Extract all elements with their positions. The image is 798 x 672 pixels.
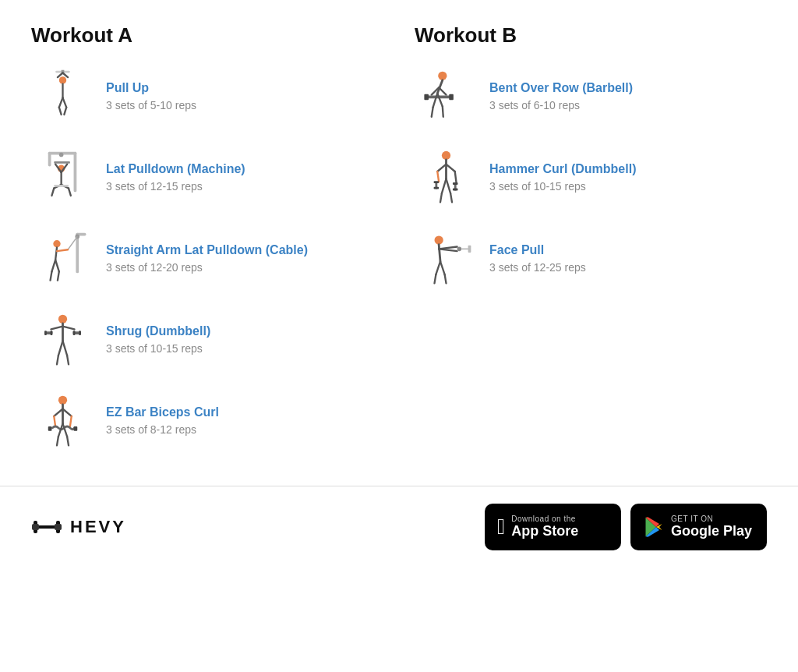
svg-line-64 bbox=[439, 87, 446, 94]
svg-line-7 bbox=[58, 107, 61, 114]
svg-rect-67 bbox=[449, 94, 454, 100]
svg-line-87 bbox=[450, 193, 452, 202]
svg-rect-101 bbox=[37, 525, 56, 529]
svg-rect-78 bbox=[433, 181, 439, 183]
exercise-name-pull-up[interactable]: Pull Up bbox=[106, 80, 383, 97]
svg-rect-55 bbox=[48, 426, 51, 431]
exercise-image-lat-pulldown bbox=[31, 146, 94, 208]
svg-rect-44 bbox=[79, 331, 81, 335]
footer-logo: HEVY bbox=[31, 511, 126, 543]
exercise-image-shrug bbox=[31, 308, 94, 370]
exercise-name-straight-arm[interactable]: Straight Arm Lat Pulldown (Cable) bbox=[106, 242, 383, 259]
exercise-image-pull-up bbox=[31, 65, 94, 127]
exercise-image-hammer-curl bbox=[415, 146, 477, 208]
svg-line-45 bbox=[58, 341, 62, 355]
svg-line-86 bbox=[446, 179, 450, 193]
svg-line-54 bbox=[69, 416, 71, 426]
svg-line-3 bbox=[57, 73, 62, 77]
svg-point-14 bbox=[58, 152, 63, 157]
svg-point-61 bbox=[438, 71, 447, 80]
hevy-logo-text: HEVY bbox=[70, 517, 126, 537]
google-play-sub-label: GET IT ON bbox=[671, 515, 752, 523]
svg-line-91 bbox=[439, 249, 457, 251]
svg-rect-82 bbox=[452, 182, 457, 185]
svg-line-34 bbox=[57, 271, 58, 280]
svg-line-22 bbox=[69, 188, 71, 195]
exercise-image-ez-curl bbox=[31, 389, 94, 451]
exercise-name-lat-pulldown[interactable]: Lat Pulldown (Machine) bbox=[106, 161, 383, 178]
svg-rect-102 bbox=[32, 524, 39, 530]
svg-rect-94 bbox=[468, 245, 471, 252]
svg-point-35 bbox=[58, 314, 66, 323]
exercise-name-hammer-curl[interactable]: Hammer Curl (Dumbbell) bbox=[489, 161, 767, 178]
svg-line-8 bbox=[62, 97, 66, 107]
exercise-name-bent-over-row[interactable]: Bent Over Row (Barbell) bbox=[489, 80, 767, 97]
exercise-item-straight-arm: Straight Arm Lat Pulldown (Cable) 3 sets… bbox=[31, 227, 383, 289]
exercise-sets-face-pull: 3 sets of 12-25 reps bbox=[489, 261, 767, 274]
svg-rect-43 bbox=[72, 331, 75, 335]
exercise-info-bent-over-row: Bent Over Row (Barbell) 3 sets of 6-10 r… bbox=[489, 80, 767, 112]
svg-line-58 bbox=[57, 437, 58, 445]
svg-line-97 bbox=[440, 261, 445, 274]
svg-line-6 bbox=[58, 97, 62, 107]
svg-line-89 bbox=[439, 244, 440, 261]
svg-rect-24 bbox=[76, 232, 79, 273]
exercise-name-face-pull[interactable]: Face Pull bbox=[489, 242, 767, 259]
store-buttons:  Download on the App Store GET IT ON Go… bbox=[485, 504, 767, 550]
svg-line-46 bbox=[57, 355, 58, 364]
svg-line-71 bbox=[442, 106, 443, 116]
google-play-main-label: Google Play bbox=[671, 523, 752, 540]
svg-point-49 bbox=[58, 395, 66, 404]
svg-line-74 bbox=[437, 164, 446, 171]
svg-point-2 bbox=[58, 76, 65, 83]
svg-line-85 bbox=[440, 193, 442, 202]
svg-line-96 bbox=[434, 274, 436, 283]
workout-b-column: Workout B bbox=[399, 23, 767, 470]
exercise-info-lat-pulldown: Lat Pulldown (Machine) 3 sets of 12-15 r… bbox=[106, 161, 383, 193]
exercise-sets-hammer-curl: 3 sets of 10-15 reps bbox=[489, 180, 767, 193]
exercise-info-pull-up: Pull Up 3 sets of 5-10 reps bbox=[106, 80, 383, 112]
exercise-info-face-pull: Face Pull 3 sets of 12-25 reps bbox=[489, 242, 767, 274]
svg-line-37 bbox=[51, 326, 62, 329]
svg-rect-10 bbox=[73, 151, 76, 192]
apple-icon:  bbox=[497, 515, 505, 539]
exercise-name-shrug[interactable]: Shrug (Dumbbell) bbox=[106, 324, 383, 340]
workout-b-title: Workout B bbox=[415, 23, 767, 48]
main-content: Workout A bbox=[0, 0, 798, 486]
exercise-item-shrug: Shrug (Dumbbell) 3 sets of 10-15 reps bbox=[31, 308, 383, 370]
svg-point-28 bbox=[53, 240, 60, 247]
exercise-item-pull-up: Pull Up 3 sets of 5-10 reps bbox=[31, 65, 383, 127]
svg-point-72 bbox=[441, 150, 450, 159]
exercise-info-hammer-curl: Hammer Curl (Dumbbell) 3 sets of 10-15 r… bbox=[489, 161, 767, 193]
exercise-name-ez-curl[interactable]: EZ Bar Biceps Curl bbox=[106, 405, 383, 421]
svg-line-95 bbox=[436, 261, 440, 274]
exercise-item-bent-over-row: Bent Over Row (Barbell) 3 sets of 6-10 r… bbox=[415, 65, 767, 127]
exercise-sets-ez-curl: 3 sets of 8-12 reps bbox=[106, 423, 383, 436]
svg-point-92 bbox=[457, 246, 461, 251]
svg-rect-79 bbox=[433, 186, 439, 189]
google-play-button[interactable]: GET IT ON Google Play bbox=[630, 504, 767, 550]
svg-rect-40 bbox=[44, 331, 47, 335]
exercise-info-ez-curl: EZ Bar Biceps Curl 3 sets of 8-12 reps bbox=[106, 405, 383, 437]
svg-line-38 bbox=[62, 326, 74, 329]
svg-line-30 bbox=[57, 249, 68, 251]
exercise-image-face-pull bbox=[415, 227, 477, 289]
workout-a-column: Workout A bbox=[31, 23, 399, 470]
hevy-logo-icon bbox=[31, 511, 62, 543]
svg-line-4 bbox=[62, 73, 68, 77]
svg-line-48 bbox=[67, 355, 69, 364]
app-store-button[interactable]:  Download on the App Store bbox=[485, 504, 621, 550]
footer: HEVY  Download on the App Store GET IT … bbox=[0, 486, 798, 568]
svg-line-76 bbox=[437, 172, 439, 182]
svg-rect-13 bbox=[54, 161, 70, 163]
svg-rect-103 bbox=[55, 524, 62, 530]
exercise-info-straight-arm: Straight Arm Lat Pulldown (Cable) 3 sets… bbox=[106, 242, 383, 274]
exercise-item-hammer-curl: Hammer Curl (Dumbbell) 3 sets of 10-15 r… bbox=[415, 146, 767, 208]
svg-line-80 bbox=[454, 172, 456, 183]
svg-rect-41 bbox=[50, 331, 52, 335]
svg-line-75 bbox=[446, 164, 454, 171]
exercise-image-bent-over-row bbox=[415, 65, 477, 127]
exercise-sets-lat-pulldown: 3 sets of 12-15 reps bbox=[106, 180, 383, 193]
svg-rect-23 bbox=[54, 184, 69, 186]
svg-line-9 bbox=[64, 107, 66, 114]
